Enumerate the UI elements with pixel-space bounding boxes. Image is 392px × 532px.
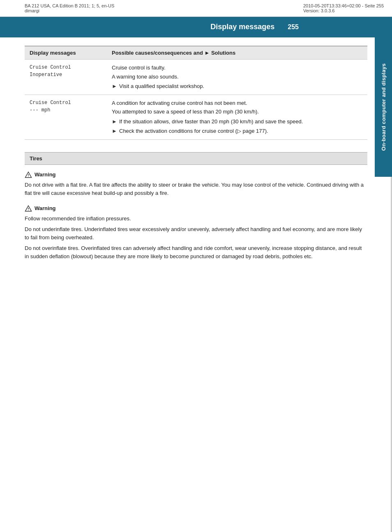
table-bullet-item: ►Check the activation conditions for cru…: [112, 127, 362, 135]
tires-section-header: Tires: [25, 152, 367, 165]
header-left: BA 212 USA, CA Edition B 2011; 1; 5, en-…: [25, 3, 114, 13]
sidebar-label-container: On-board computer and displays: [375, 37, 392, 177]
table-bullet-item: ►Visit a qualified specialist workshop.: [112, 82, 362, 90]
header-doc-info: BA 212 USA, CA Edition B 2011; 1; 5, en-…: [25, 3, 114, 8]
table-cell-content: A condition for activating cruise contro…: [107, 95, 367, 139]
header-timestamp: 2010-05-20T13:33:46+02:00 - Seite 255: [303, 3, 384, 8]
warning-icon-2: [25, 205, 32, 212]
title-bar: Display messages 255: [0, 17, 392, 37]
warning-label-2: Warning: [35, 205, 56, 211]
table-text-line: A warning tone also sounds.: [112, 73, 362, 81]
warning-para-2-3: Do not overinflate tires. Overinflated t…: [25, 244, 367, 261]
svg-point-2: [28, 176, 29, 177]
svg-point-5: [28, 210, 29, 210]
warning-label-1: Warning: [35, 171, 56, 178]
warning-block-1: WarningDo not drive with a flat tire. A …: [25, 171, 367, 197]
sidebar-vertical-text: On-board computer and displays: [380, 63, 387, 151]
warning-title-2: Warning: [25, 205, 367, 212]
warning-para-2-1: Follow recommended tire inflation pressu…: [25, 215, 367, 223]
table-text-line: Cruise control is faulty.: [112, 64, 362, 72]
table-cell-display-msg: Cruise Control Inoperative: [25, 60, 107, 95]
table-col2-header: Possible causes/consequences and ► Solut…: [107, 46, 367, 60]
header-author: dimargi: [25, 8, 114, 13]
table-bullet-item: ►If the situation allows, drive faster t…: [112, 118, 362, 126]
table-text-line: You attempted to save a speed of less th…: [112, 108, 362, 116]
table-cell-content: Cruise control is faulty.A warning tone …: [107, 60, 367, 95]
header-right: 2010-05-20T13:33:46+02:00 - Seite 255 Ve…: [303, 3, 384, 13]
table-text-line: A condition for activating cruise contro…: [112, 99, 362, 107]
page-title: Display messages: [210, 23, 274, 31]
table-col1-header: Display messages: [25, 46, 107, 60]
table-cell-display-msg: Cruise Control --- mph: [25, 95, 107, 139]
header-version: Version: 3.0.3.6: [303, 8, 384, 13]
warning-block-2: WarningFollow recommended tire inflation…: [25, 205, 367, 261]
warning-para-2-2: Do not underinflate tires. Underinflated…: [25, 225, 367, 242]
page-header: BA 212 USA, CA Edition B 2011; 1; 5, en-…: [0, 0, 392, 17]
warnings-container: WarningDo not drive with a flat tire. A …: [25, 171, 367, 261]
page-number: 255: [283, 20, 304, 34]
main-content: Display messages Possible causes/consequ…: [0, 46, 392, 276]
warning-title-1: Warning: [25, 171, 367, 178]
warning-icon-1: [25, 171, 32, 178]
display-messages-table: Display messages Possible causes/consequ…: [25, 46, 367, 140]
warning-para-1-1: Do not drive with a flat tire. A flat ti…: [25, 181, 367, 197]
